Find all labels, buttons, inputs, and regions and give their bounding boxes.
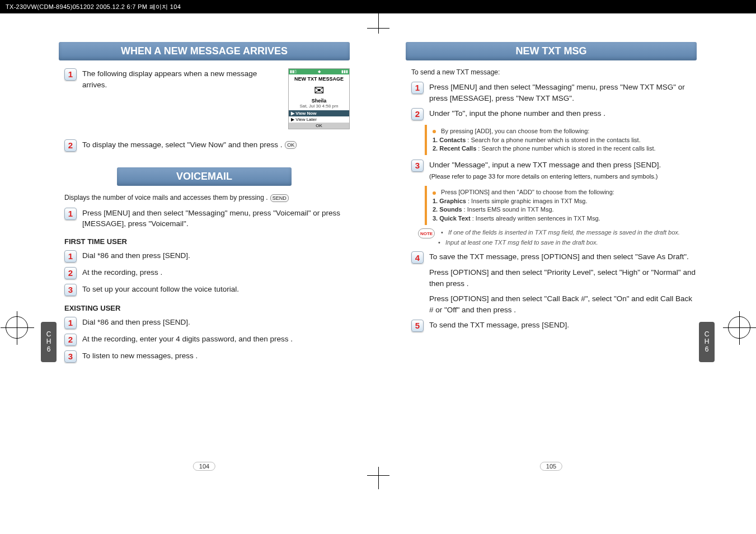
bullet-icon (433, 191, 436, 195)
new-txt-intro: To send a new TXT message: (411, 68, 691, 76)
step-text: To display the message, select "View Now… (82, 139, 350, 151)
section-banner-voicemail: VOICEMAIL (117, 167, 292, 186)
phone-screen-mock: ▮▮▯◆▮▮▮ NEW TXT MESSAGE ✉ Sheila Sat, Ju… (288, 68, 350, 129)
step-text: The following display appears when a new… (82, 68, 283, 90)
step-number-icon: 3 (64, 284, 77, 296)
first-time-user-heading: FIRST TIME USER (64, 237, 350, 246)
step-text: Dial *86 and then press [SEND]. (82, 250, 350, 261)
phone-option-view-later: ▶ View Later (289, 116, 349, 123)
section-banner-new-message: WHEN A NEW MESSAGE ARRIVES (59, 42, 350, 60)
phone-date: Sat, Jul 30 4:58 pm (289, 104, 349, 110)
step-text: At the recording, press . (82, 267, 350, 278)
registration-mark-right (728, 316, 750, 339)
r-step-2: 2 Under "To", input the phone number and… (411, 108, 697, 120)
bullet-icon: • (441, 229, 443, 236)
ft-step-3: 3 To set up your account follow the voic… (64, 284, 350, 296)
step-number-icon: 3 (411, 160, 424, 172)
r-step-5: 5 To send the TXT message, press [SEND]. (411, 320, 697, 332)
step-number-icon: 2 (411, 108, 424, 120)
r-step-3: 3 Under "Message", input a new TXT messa… (411, 160, 697, 181)
ft-step-2: 2 At the recording, press . (64, 267, 350, 279)
ok-key-icon: OK (285, 141, 297, 149)
step-number-icon: 2 (64, 334, 77, 346)
phone-status-bar: ▮▮▯◆▮▮▮ (289, 69, 349, 74)
step-number-icon: 1 (64, 250, 77, 263)
bullet-icon (433, 130, 436, 133)
page-number-right: 105 (540, 462, 562, 471)
step-number-icon: 2 (64, 139, 77, 152)
note-badge-icon: NOTE (418, 228, 435, 238)
note-box-add: By pressing [ADD], you can choose from t… (425, 125, 697, 155)
envelope-icon: ✉ (289, 83, 349, 98)
send-key-icon: SEND (270, 194, 289, 202)
step-text: Under "Message", input a new TXT message… (429, 160, 697, 181)
step-number-icon: 2 (64, 267, 77, 279)
ex-step-2: 2 At the recording, enter your 4 digits … (64, 334, 350, 346)
step-number-icon: 1 (411, 82, 424, 94)
step-number-icon: 1 (64, 208, 77, 220)
step-2: 2 To display the message, select "View N… (64, 139, 350, 152)
phone-sender: Sheila (289, 98, 349, 104)
existing-user-heading: EXISTING USER (64, 304, 350, 312)
step-text: To save the TXT message, press [OPTIONS]… (429, 251, 697, 315)
ft-step-1: 1 Dial *86 and then press [SEND]. (64, 250, 350, 263)
step-text: To set up your account follow the voice … (82, 284, 350, 295)
page-number-left: 104 (193, 462, 215, 471)
step-text: Under "To", input the phone number and t… (429, 108, 697, 119)
r-step-4: 4 To save the TXT message, press [OPTION… (411, 251, 697, 315)
bullet-icon: • (438, 239, 440, 246)
registration-mark-left (6, 316, 28, 339)
step-number-icon: 5 (411, 320, 424, 332)
note-box-options: Press [OPTIONS] and then "ADD" to choose… (425, 186, 697, 225)
step-1: 1 The following display appears when a n… (64, 68, 283, 90)
step-number-icon: 4 (411, 251, 424, 264)
step-text: To listen to new messages, press . (82, 350, 350, 362)
phone-screen-title: NEW TXT MESSAGE (289, 74, 349, 83)
phone-option-view-now: ▶ View Now (289, 110, 349, 116)
step-number-icon: 1 (64, 317, 77, 329)
step-number-icon: 1 (64, 68, 77, 81)
ex-step-1: 1 Dial *86 and then press [SEND]. (64, 317, 350, 329)
vm-step-1: 1 Press [MENU] and then select "Messagin… (64, 208, 350, 229)
step-number-icon: 3 (64, 350, 77, 363)
page-right: CH6 NEW TXT MSG To send a new TXT messag… (389, 31, 713, 473)
step-text: Dial *86 and then press [SEND]. (82, 317, 350, 328)
step-text: To send the TXT message, press [SEND]. (429, 320, 697, 331)
chapter-tab-left: CH6 (41, 322, 57, 362)
voicemail-intro: Displays the number of voice mails and a… (64, 194, 344, 202)
r-step-1: 1 Press [MENU] and then select "Messagin… (411, 82, 697, 104)
ex-step-3: 3 To listen to new messages, press . (64, 350, 350, 363)
step-text: Press [MENU] and then select "Messaging"… (82, 208, 350, 229)
section-banner-new-txt: NEW TXT MSG (406, 42, 697, 60)
chapter-tab-right: CH6 (699, 322, 715, 362)
tip-note: NOTE • If one of the fields is inserted … (438, 228, 697, 247)
phone-ok-softkey: OK (289, 123, 349, 129)
step-text: Press [MENU] and then select "Messaging"… (429, 82, 697, 104)
page-left: CH6 WHEN A NEW MESSAGE ARRIVES ▮▮▯◆▮▮▮ N… (42, 31, 367, 473)
step-text: At the recording, enter your 4 digits pa… (82, 334, 350, 345)
page-spread: CH6 WHEN A NEW MESSAGE ARRIVES ▮▮▯◆▮▮▮ N… (42, 31, 713, 473)
